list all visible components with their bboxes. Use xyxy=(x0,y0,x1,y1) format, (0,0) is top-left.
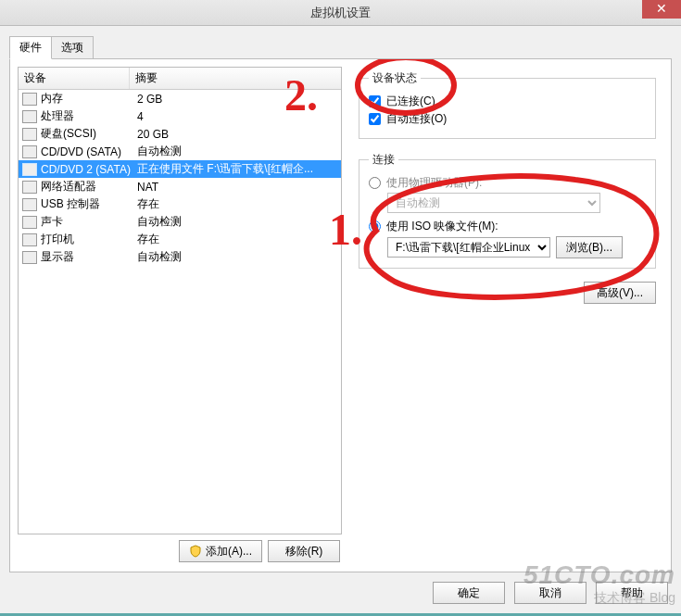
use-physical-radio-row[interactable]: 使用物理驱动器(P): xyxy=(369,175,646,191)
hardware-row-hdd[interactable]: 硬盘(SCSI)20 GB xyxy=(19,125,341,143)
window-title: 虚拟机设置 xyxy=(310,6,371,19)
window-close-button[interactable]: ✕ xyxy=(642,0,681,19)
hardware-row-cd2[interactable]: CD/DVD 2 (SATA)正在使用文件 F:\迅雷下载\[红帽企... xyxy=(19,160,341,178)
hardware-row-cd1[interactable]: CD/DVD (SATA)自动检测 xyxy=(19,143,341,160)
summary-label: 4 xyxy=(137,110,337,123)
connect-at-power-checkbox[interactable] xyxy=(369,113,381,125)
close-icon: ✕ xyxy=(656,1,667,16)
hardware-row-netadapter[interactable]: 网络适配器NAT xyxy=(19,178,341,195)
iso-path-field[interactable]: F:\迅雷下载\[红帽企业Linux. xyxy=(387,237,550,258)
memory-icon xyxy=(22,93,37,106)
summary-label: 20 GB xyxy=(137,128,337,141)
connected-checkbox[interactable] xyxy=(369,95,381,107)
use-iso-radio[interactable] xyxy=(369,220,381,233)
hardware-table: 设备 摘要 内存2 GB处理器4硬盘(SCSI)20 GBCD/DVD (SAT… xyxy=(18,67,342,534)
netadapter-icon xyxy=(22,181,37,194)
cpu-icon xyxy=(22,110,37,123)
summary-label: 2 GB xyxy=(137,93,337,106)
device-label: 显示器 xyxy=(41,249,137,265)
hardware-panel: 设备 摘要 内存2 GB处理器4硬盘(SCSI)20 GBCD/DVD (SAT… xyxy=(9,58,672,572)
device-label: 硬盘(SCSI) xyxy=(41,126,137,142)
use-iso-label: 使用 ISO 映像文件(M): xyxy=(386,219,498,234)
device-label: 内存 xyxy=(41,91,137,107)
device-status-legend: 设备状态 xyxy=(369,70,421,86)
hardware-row-usb[interactable]: USB 控制器存在 xyxy=(19,195,341,213)
dialog-buttons: 确定 取消 帮助 xyxy=(0,572,681,613)
device-label: USB 控制器 xyxy=(41,196,137,212)
device-label: 网络适配器 xyxy=(41,179,137,195)
cancel-button[interactable]: 取消 xyxy=(514,582,586,604)
device-label: CD/DVD (SATA) xyxy=(41,145,137,158)
hardware-table-head: 设备 摘要 xyxy=(19,68,341,90)
use-physical-radio[interactable] xyxy=(369,177,381,189)
summary-label: 自动检测 xyxy=(137,249,337,265)
tab-options[interactable]: 选项 xyxy=(51,36,94,59)
physical-drive-select: 自动检测 xyxy=(387,193,600,213)
device-label: 处理器 xyxy=(41,108,137,124)
connected-label: 已连接(C) xyxy=(386,94,435,109)
usb-icon xyxy=(22,198,37,211)
hdd-icon xyxy=(22,128,37,141)
summary-label: 正在使用文件 F:\迅雷下载\[红帽企... xyxy=(137,161,337,177)
hardware-row-display[interactable]: 显示器自动检测 xyxy=(19,248,341,266)
summary-label: 存在 xyxy=(137,232,337,247)
add-hardware-button[interactable]: 添加(A)... xyxy=(179,540,262,562)
cd1-icon xyxy=(22,145,37,158)
tab-hardware[interactable]: 硬件 xyxy=(9,36,52,59)
display-icon xyxy=(22,251,37,264)
hardware-row-cpu[interactable]: 处理器4 xyxy=(19,107,341,125)
shield-icon xyxy=(189,545,202,558)
connected-checkbox-row[interactable]: 已连接(C) xyxy=(369,94,646,109)
sound-icon xyxy=(22,216,37,229)
hardware-row-printer[interactable]: 打印机存在 xyxy=(19,231,341,248)
titlebar: 虚拟机设置 ✕ xyxy=(0,0,681,26)
printer-icon xyxy=(22,233,37,246)
connection-group: 连接 使用物理驱动器(P): 自动检测 使用 ISO 映像文件(M): xyxy=(359,152,656,269)
ok-button[interactable]: 确定 xyxy=(433,582,505,604)
device-label: CD/DVD 2 (SATA) xyxy=(41,163,137,176)
remove-hardware-button[interactable]: 移除(R) xyxy=(268,540,340,562)
connect-at-power-checkbox-row[interactable]: 自动连接(O) xyxy=(369,111,646,127)
use-physical-label: 使用物理驱动器(P): xyxy=(386,175,482,191)
advanced-button[interactable]: 高级(V)... xyxy=(584,282,656,304)
device-label: 打印机 xyxy=(41,232,137,247)
hardware-row-sound[interactable]: 声卡自动检测 xyxy=(19,213,341,231)
summary-label: 存在 xyxy=(137,196,337,212)
connect-at-power-label: 自动连接(O) xyxy=(386,111,447,127)
settings-window: 虚拟机设置 ✕ 硬件 选项 设备 摘要 内存2 GB处理器4硬盘(SCSI)20… xyxy=(0,0,681,613)
summary-label: NAT xyxy=(137,181,337,194)
use-iso-radio-row[interactable]: 使用 ISO 映像文件(M): xyxy=(369,219,646,234)
device-label: 声卡 xyxy=(41,214,137,230)
device-status-group: 设备状态 已连接(C) 自动连接(O) xyxy=(359,70,656,139)
hardware-row-memory[interactable]: 内存2 GB xyxy=(19,90,341,107)
col-device: 设备 xyxy=(19,68,130,89)
col-summary: 摘要 xyxy=(130,68,341,89)
connection-legend: 连接 xyxy=(369,152,398,168)
cd2-icon xyxy=(22,163,37,176)
summary-label: 自动检测 xyxy=(137,144,337,159)
tabstrip: 硬件 选项 xyxy=(9,35,672,58)
browse-button[interactable]: 浏览(B)... xyxy=(556,236,623,258)
summary-label: 自动检测 xyxy=(137,214,337,230)
help-button[interactable]: 帮助 xyxy=(596,582,668,604)
